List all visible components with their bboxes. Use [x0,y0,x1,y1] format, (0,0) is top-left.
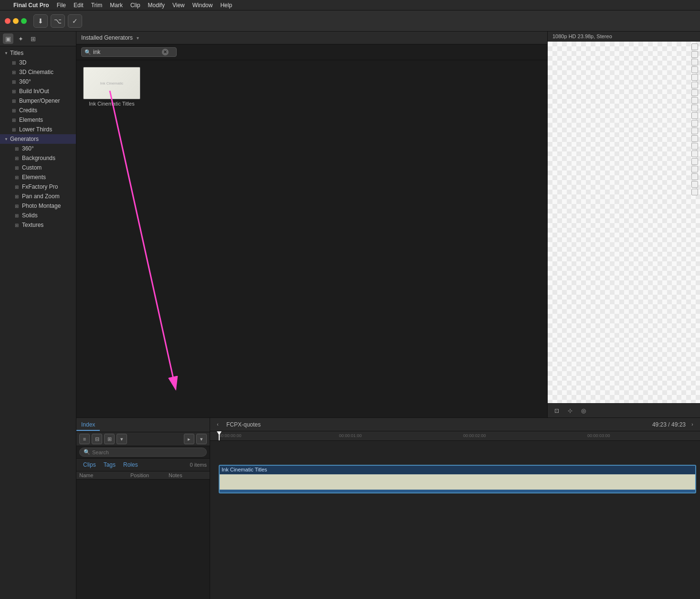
sidebar-item-elements[interactable]: ⊞ Elements [0,115,76,125]
sidebar-tab-media[interactable]: ▣ [3,33,13,44]
playhead[interactable] [219,431,220,440]
sidebar-item-gen-solids[interactable]: ⊞ Solids [0,211,76,220]
preview-checkbox-19[interactable] [691,181,698,188]
preview-checkbox-8[interactable] [691,97,698,104]
search-input[interactable] [93,49,160,55]
preview-checkbox-16[interactable] [691,158,698,165]
menu-view[interactable]: View [172,2,185,9]
timeline-next-button[interactable]: › [689,421,696,428]
menu-window[interactable]: Window [192,2,213,9]
preview-checkbox-18[interactable] [691,173,698,180]
timeline-clip[interactable]: Ink Cinematic Titles [219,465,696,493]
sidebar-section-generators[interactable]: ▼ Generators [0,134,76,144]
preview-checkbox-20[interactable] [691,189,698,195]
generators-label: Generators [10,136,39,142]
col-header-position: Position [130,472,169,478]
fullscreen-window-button[interactable] [21,18,27,24]
menu-help[interactable]: Help [220,2,232,9]
preview-fit-button[interactable]: ⊡ [552,406,562,416]
preview-checkbox-6[interactable] [691,82,698,88]
menu-file[interactable]: File [57,2,66,9]
preview-transform-button[interactable]: ⊹ [565,406,575,416]
menu-clip[interactable]: Clip [130,2,140,9]
sidebar-item-lower-thirds[interactable]: ⊞ Lower Thirds [0,125,76,134]
sidebar-item-gen-custom[interactable]: ⊞ Custom [0,163,76,172]
sidebar-item-gen-backgrounds[interactable]: ⊞ Backgrounds [0,153,76,163]
app-name[interactable]: Final Cut Pro [13,2,49,9]
index-group-button[interactable]: ⊟ [92,434,102,444]
sidebar-tab-transitions[interactable]: ⊞ [28,33,38,44]
menu-modify[interactable]: Modify [148,2,165,9]
media-item-ink[interactable]: Ink Cinematic Ink Cinematic Titles [83,67,140,107]
media-thumbnail: Ink Cinematic [83,67,140,99]
menu-edit[interactable]: Edit [74,2,84,9]
preview-checkbox-12[interactable] [691,128,698,134]
grid-icon: ⊞ [11,107,17,114]
timeline-prev-button[interactable]: ‹ [214,421,222,428]
download-button[interactable]: ⬇ [33,14,48,28]
timeline-project-name: FCPX-quotes [226,421,261,428]
sidebar-item-360[interactable]: ⊞ 360° [0,77,76,86]
preview-checkbox-13[interactable] [691,135,698,142]
index-select-button[interactable]: ▾ [196,434,207,444]
sidebar-item-gen-elements[interactable]: ⊞ Elements [0,172,76,182]
preview-checkbox-10[interactable] [691,112,698,119]
search-clear-button[interactable]: ✕ [162,49,169,55]
preview-checkbox-11[interactable] [691,120,698,127]
preview-checkbox-15[interactable] [691,150,698,157]
tags-tab[interactable]: Tags [100,460,119,469]
preview-checkbox-2[interactable] [691,51,698,58]
preview-checkbox-17[interactable] [691,166,698,172]
menu-mark[interactable]: Mark [110,2,123,9]
menu-trim[interactable]: Trim [91,2,103,9]
index-dropdown-button[interactable]: ▾ [117,434,127,444]
timeline-tracks: Ink Cinematic Titles [210,441,700,599]
preview-checkbox-9[interactable] [691,105,698,111]
sidebar-item-gen-360[interactable]: ⊞ 360° [0,144,76,153]
preview-checkbox-1[interactable] [691,43,698,50]
preview-checkbox-3[interactable] [691,59,698,65]
index-filter-button[interactable]: ⊞ [104,434,115,444]
check-button[interactable]: ✓ [68,14,82,28]
menu-bar: Final Cut Pro File Edit Trim Mark Clip M… [0,0,700,11]
sidebar-item-build-inout[interactable]: ⊞ Build In/Out [0,86,76,96]
col-header-name: Name [79,472,130,478]
index-cursor-button[interactable]: ▸ [184,434,194,444]
sidebar-item-3d[interactable]: ⊞ 3D [0,58,76,67]
preview-resolution: 1080p HD 23.98p, Stereo [548,32,700,42]
sidebar-item-gen-textures[interactable]: ⊞ Textures [0,220,76,230]
sidebar-item-3d-cinematic[interactable]: ⊞ 3D Cinematic [0,67,76,77]
items-count: 0 items [190,462,207,468]
sidebar-item-gen-photo-montage[interactable]: ⊞ Photo Montage [0,201,76,211]
preview-audio-button[interactable]: ◎ [578,406,589,416]
sidebar-tab-effects[interactable]: ✦ [15,33,26,44]
clip-bottom-bar [220,490,695,492]
preview-checkbox-7[interactable] [691,89,698,96]
preview-checkbox-5[interactable] [691,74,698,81]
index-search-icon: 🔍 [84,449,90,455]
sidebar-section-titles[interactable]: ▼ Titles [0,48,76,58]
clips-tab[interactable]: Clips [79,460,100,469]
sidebar-item-credits[interactable]: ⊞ Credits [0,106,76,115]
index-tab-index[interactable]: Index [76,419,100,431]
close-window-button[interactable] [5,18,11,24]
preview-checkbox-14[interactable] [691,143,698,150]
sidebar-item-gen-fxfactory[interactable]: ⊞ FxFactory Pro [0,182,76,192]
preview-checkbox-4[interactable] [691,66,698,73]
preview-checkboxes [689,42,700,197]
sidebar-item-bumper[interactable]: ⊞ Bumper/Opener [0,96,76,106]
index-search-input[interactable] [92,449,202,455]
preview-panel: 1080p HD 23.98p, Stereo [547,32,700,417]
key-button[interactable]: ⌥ [51,14,65,28]
dropdown-arrow-icon[interactable]: ▾ [137,35,139,41]
generator-header: Installed Generators ▾ [76,32,547,44]
sidebar-item-gen-pan-zoom[interactable]: ⊞ Pan and Zoom [0,192,76,201]
index-col-headers: Name Position Notes [76,471,210,480]
roles-tab[interactable]: Roles [119,460,142,469]
minimize-window-button[interactable] [13,18,19,24]
index-search: 🔍 [76,446,210,459]
index-list-view-button[interactable]: ≡ [79,434,90,444]
media-grid: Ink Cinematic Ink Cinematic Titles [76,60,547,417]
index-tabs: Index [76,418,210,432]
checkerboard-bg [548,42,700,403]
